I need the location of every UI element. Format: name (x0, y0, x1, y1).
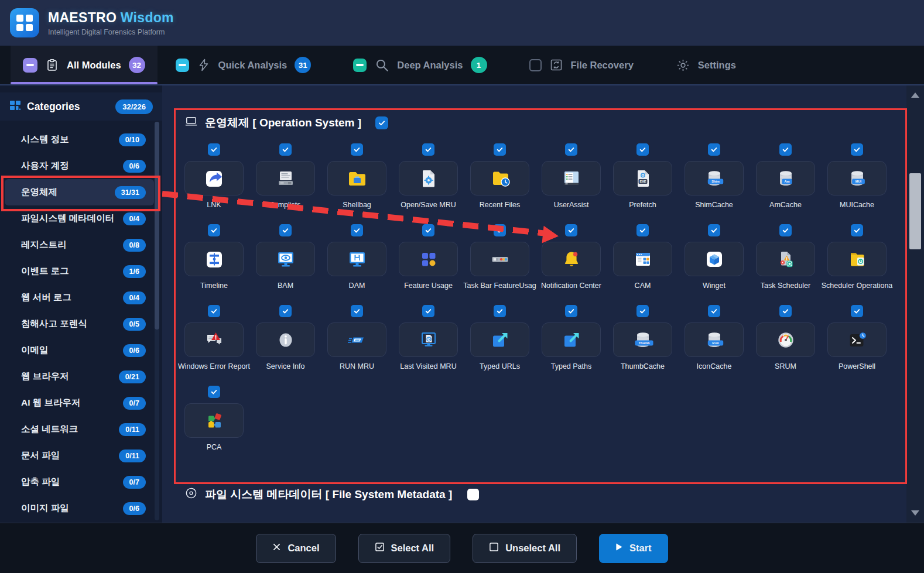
module-checkbox[interactable] (351, 224, 363, 236)
module-shimcache[interactable]: ShimShimCache (685, 143, 744, 209)
service-info-icon[interactable] (256, 322, 315, 357)
sidebar-item-파일시스템-메타데이터[interactable]: 파일시스템 메타데이터0/4 (5, 205, 154, 232)
sidebar-item-이벤트-로그[interactable]: 이벤트 로그1/6 (5, 258, 154, 284)
sidebar-item-이메일[interactable]: 이메일0/6 (5, 337, 154, 363)
module-windows-error-report[interactable]: Windows Error Report (184, 305, 244, 370)
module-checkbox[interactable] (279, 224, 292, 236)
winget-icon[interactable] (685, 242, 744, 276)
section-checkbox[interactable] (375, 116, 388, 129)
module-checkbox[interactable] (779, 305, 792, 317)
dam-icon[interactable] (327, 242, 386, 276)
module-checkbox[interactable] (851, 224, 863, 236)
module-checkbox[interactable] (279, 143, 292, 156)
module-bam[interactable]: BAM (256, 224, 315, 290)
module-shellbag[interactable]: Shellbag (327, 143, 386, 209)
sidebar-item-레지스트리[interactable]: 레지스트리0/8 (5, 232, 154, 258)
module-userassist[interactable]: UserAssist (542, 143, 601, 209)
module-cam[interactable]: CAM (613, 224, 672, 290)
module-open-save-mru[interactable]: Open/Save MRU (399, 143, 458, 209)
tab-settings[interactable]: Settings (663, 46, 748, 84)
userassist-icon[interactable] (542, 161, 601, 195)
scroll-down-arrow-icon[interactable] (911, 510, 919, 516)
main-scrollbar[interactable] (906, 85, 924, 523)
sidebar-item-사용자-계정[interactable]: 사용자 계정0/6 (5, 153, 154, 179)
srum-icon[interactable] (756, 322, 815, 357)
module-dam[interactable]: DAM (327, 224, 386, 290)
powershell-icon[interactable] (827, 322, 887, 357)
module-service-info[interactable]: Service Info (256, 305, 315, 370)
lnk-icon[interactable] (184, 161, 244, 195)
module-feature-usage[interactable]: Feature Usage (399, 224, 458, 290)
tab-file-recovery[interactable]: File Recovery (517, 46, 646, 84)
sidebar-item-웹-브라우저[interactable]: 웹 브라우저0/21 (5, 363, 154, 390)
module-timeline[interactable]: Timeline (184, 224, 244, 290)
module-winget[interactable]: Winget (685, 224, 744, 290)
module-recent-files[interactable]: Recent Files (470, 143, 529, 209)
module-powershell[interactable]: PowerShell (827, 305, 887, 370)
module-iconcache[interactable]: IconIconCache (685, 305, 744, 370)
thumbcache-icon[interactable]: Thumb (613, 322, 672, 357)
sidebar-item-문서-파일[interactable]: 문서 파일0/11 (5, 442, 154, 469)
module-amcache[interactable]: AmAmCache (756, 143, 815, 209)
last-visited-mru-icon[interactable] (399, 322, 458, 357)
module-task-scheduler[interactable]: Task Scheduler (756, 224, 815, 290)
prefetch-icon[interactable]: EXE (613, 161, 672, 195)
sidebar-item-소셜-네트워크[interactable]: 소셜 네트워크0/11 (5, 416, 154, 442)
module-checkbox[interactable] (351, 305, 363, 317)
module-checkbox[interactable] (851, 305, 863, 317)
module-checkbox[interactable] (208, 305, 220, 317)
amcache-icon[interactable]: Am (756, 161, 815, 195)
typed-urls-icon[interactable] (470, 322, 529, 357)
typed-paths-icon[interactable] (542, 322, 601, 357)
tab-quick-analysis[interactable]: Quick Analysis 31 (163, 46, 324, 84)
module-checkbox[interactable] (636, 224, 649, 236)
module-checkbox[interactable] (708, 143, 720, 156)
module-checkbox[interactable] (208, 224, 220, 236)
module-checkbox[interactable] (779, 224, 792, 236)
recent-files-icon[interactable] (470, 161, 529, 195)
shimcache-icon[interactable]: Shim (685, 161, 744, 195)
module-checkbox[interactable] (494, 305, 506, 317)
muicache-icon[interactable]: MUI (827, 161, 887, 195)
cancel-button[interactable]: Cancel (256, 534, 336, 563)
module-scheduler-operationa[interactable]: Scheduler Operationa (827, 224, 887, 290)
module-typed-urls[interactable]: Typed URLs (470, 305, 529, 370)
sidebar-item-시스템-정보[interactable]: 시스템 정보0/10 (5, 126, 154, 153)
module-muicache[interactable]: MUIMUICache (827, 143, 887, 209)
bam-icon[interactable] (256, 242, 315, 276)
select-all-button[interactable]: Select All (358, 534, 451, 563)
module-jumplists[interactable]: Jumplists (256, 143, 315, 209)
module-checkbox[interactable] (851, 143, 863, 156)
module-checkbox[interactable] (708, 305, 720, 317)
quick-analysis-checkbox[interactable] (176, 59, 189, 72)
module-checkbox[interactable] (208, 386, 220, 398)
start-button[interactable]: Start (599, 534, 668, 563)
scheduler-operationa-icon[interactable] (827, 242, 887, 276)
tab-all-modules[interactable]: All Modules 32 (11, 46, 158, 84)
module-notification-center[interactable]: Notification Center (542, 224, 601, 290)
shellbag-icon[interactable] (327, 161, 386, 195)
deep-analysis-checkbox[interactable] (353, 59, 367, 72)
unselect-all-button[interactable]: Unselect All (473, 534, 577, 563)
module-prefetch[interactable]: EXEPrefetch (613, 143, 672, 209)
sidebar-item-웹-서버-로그[interactable]: 웹 서버 로그0/4 (5, 284, 154, 311)
module-checkbox[interactable] (494, 224, 506, 236)
module-checkbox[interactable] (422, 143, 434, 156)
module-typed-paths[interactable]: Typed Paths (542, 305, 601, 370)
jumplists-icon[interactable] (256, 161, 315, 195)
task-scheduler-icon[interactable] (756, 242, 815, 276)
tab-deep-analysis[interactable]: Deep Analysis 1 (341, 46, 499, 84)
windows-error-report-icon[interactable] (184, 322, 244, 357)
sidebar-item-운영체제[interactable]: 운영체제31/31 (5, 179, 154, 205)
sidebar-item-압축-파일[interactable]: 압축 파일0/7 (5, 469, 154, 495)
module-checkbox[interactable] (494, 143, 506, 156)
section-checkbox[interactable] (467, 489, 479, 500)
task-bar-featureusag-icon[interactable] (470, 242, 529, 276)
notification-center-icon[interactable] (542, 242, 601, 276)
module-checkbox[interactable] (779, 143, 792, 156)
module-run-mru[interactable]: RUN MRU (327, 305, 386, 370)
all-modules-checkbox[interactable] (23, 58, 37, 73)
module-checkbox[interactable] (565, 143, 577, 156)
sidebar-item-이미지-파일[interactable]: 이미지 파일0/6 (5, 495, 154, 521)
cam-icon[interactable] (613, 242, 672, 276)
